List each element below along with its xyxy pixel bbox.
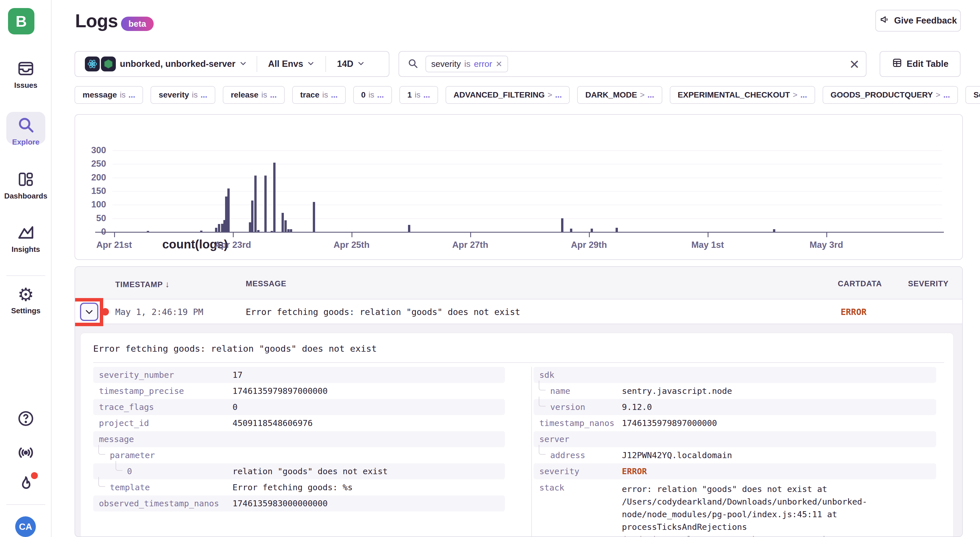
token-op: is: [464, 59, 471, 69]
chart-bar[interactable]: [285, 220, 287, 232]
filter-chip[interactable]: traceis...: [292, 86, 346, 104]
detail-attribute-row: sdk: [534, 367, 936, 383]
chip-value-ellipsis: ...: [331, 90, 337, 100]
logs-table: TIMESTAMP ↓ MESSAGE CARTDATA SEVERITY Ma…: [75, 266, 963, 537]
environment-selector[interactable]: All Envs: [257, 59, 325, 69]
table-row[interactable]: May 1, 2:46:19 PM Error fetching goods: …: [75, 300, 962, 324]
sidebar-item-dashboards[interactable]: Dashboards: [0, 171, 52, 201]
date-range-selector[interactable]: 14D: [326, 59, 375, 69]
filter-chip[interactable]: ADVANCED_FILTERING>...: [445, 86, 570, 104]
chart-bar[interactable]: [147, 231, 149, 232]
give-feedback-button[interactable]: Give Feedback: [875, 10, 961, 32]
attribute-value: 9.12.0: [622, 402, 652, 412]
tree-connector: [99, 477, 105, 487]
sort-desc-icon: ↓: [165, 279, 170, 289]
detail-attribute-row: parameter: [93, 447, 505, 463]
detail-attribute-row: 0relation "goods" does not exist: [93, 463, 505, 479]
user-avatar[interactable]: CA: [15, 516, 36, 537]
chip-value-ellipsis: ...: [377, 90, 383, 100]
filter-chip[interactable]: messageis...: [75, 86, 143, 104]
chip-value-ellipsis: ...: [201, 90, 207, 100]
attribute-key: message: [99, 434, 134, 444]
chevron-down-icon: [357, 60, 365, 68]
filter-chip[interactable]: 0is...: [353, 86, 392, 104]
col-cartdata[interactable]: CARTDATA: [838, 279, 882, 288]
search-input[interactable]: severity is error ✕: [399, 51, 867, 77]
chart-bar[interactable]: [773, 229, 775, 232]
search-filter-token[interactable]: severity is error ✕: [425, 56, 508, 72]
y-axis-tick-label: 150: [80, 186, 106, 196]
sidebar-item-explore[interactable]: Explore: [0, 115, 52, 147]
filter-chip[interactable]: releaseis...: [223, 86, 285, 104]
chart-bar[interactable]: [270, 231, 273, 232]
detail-attribute-row: version9.12.0: [534, 399, 936, 415]
chart-bar[interactable]: [264, 175, 267, 232]
chart-bar[interactable]: [257, 230, 259, 232]
y-axis-tick-label: 200: [80, 172, 106, 183]
x-axis-line: [95, 232, 944, 233]
chart-bar[interactable]: [408, 225, 410, 232]
gridline: [112, 150, 942, 151]
detail-attribute-row: templateError fetching goods: %s: [93, 479, 505, 496]
filter-chip[interactable]: EXPERIMENTAL_CHECKOUT>...: [670, 86, 815, 104]
sidebar-item-settings[interactable]: ⚙ Settings: [0, 285, 52, 315]
sidebar: B Issues Explore Dashboards Insights: [0, 0, 52, 537]
chart-bar[interactable]: [249, 222, 251, 232]
x-axis-tick-label: May 1st: [691, 240, 724, 250]
col-severity[interactable]: SEVERITY: [908, 279, 949, 288]
gridline: [112, 204, 942, 205]
col-timestamp[interactable]: TIMESTAMP ↓: [115, 279, 170, 289]
detail-attribute-row: stackerror: relation "goods" does not ex…: [534, 479, 936, 537]
x-axis-tick: [352, 233, 352, 237]
whats-new-button[interactable]: [0, 475, 52, 494]
attribute-key: timestamp_nanos: [539, 418, 614, 428]
x-axis-tick: [470, 233, 471, 237]
chart-bar[interactable]: [200, 231, 202, 232]
token-key: severity: [431, 59, 461, 69]
help-button[interactable]: [0, 410, 52, 429]
detail-title: Error fetching goods: relation "goods" d…: [93, 343, 377, 354]
col-message[interactable]: MESSAGE: [246, 279, 286, 288]
detail-attribute-row: timestamp_precise1746135979897000000: [93, 383, 505, 399]
sidebar-item-issues[interactable]: Issues: [0, 60, 52, 90]
chart-bar[interactable]: [254, 175, 257, 232]
token-remove-icon[interactable]: ✕: [495, 59, 502, 69]
chart-bar[interactable]: [570, 229, 572, 232]
attribute-value: relation "goods" does not exist: [232, 467, 388, 476]
chart-card: count(logs) 050100150200250300Apr 21stAp…: [75, 114, 963, 260]
chart-bar[interactable]: [561, 218, 563, 232]
sidebar-item-insights[interactable]: Insights: [0, 224, 52, 254]
chart-bar[interactable]: [218, 224, 220, 232]
clear-search-button[interactable]: ✕: [846, 56, 862, 72]
chip-key: severity: [159, 90, 189, 100]
filter-chip[interactable]: See full list: [966, 86, 980, 104]
chip-op: >: [640, 90, 644, 100]
detail-attribute-row: server: [534, 431, 936, 447]
filter-chip[interactable]: 1is...: [399, 86, 438, 104]
attribute-value: Error fetching goods: %s: [232, 483, 353, 492]
tree-connector: [539, 445, 546, 455]
chart-bar[interactable]: [287, 229, 290, 232]
chart-bar[interactable]: [221, 224, 223, 232]
org-logo[interactable]: B: [8, 8, 34, 34]
broadcast-button[interactable]: [0, 443, 52, 463]
x-axis-tick: [114, 233, 115, 237]
chart-bar[interactable]: [273, 163, 275, 232]
chart-bar[interactable]: [215, 228, 217, 232]
chart-bar[interactable]: [290, 229, 292, 232]
filter-chip[interactable]: DARK_MODE>...: [577, 86, 662, 104]
chip-value-ellipsis: ...: [943, 90, 950, 100]
project-selector[interactable]: unborked, unborked-server: [75, 56, 257, 72]
react-project-icon: [85, 56, 100, 72]
detail-attribute-row: observed_timestamp_nanos1746135983000000…: [93, 496, 505, 512]
chart-bar[interactable]: [282, 213, 284, 232]
edit-table-button[interactable]: Edit Table: [880, 51, 961, 77]
chart-bar[interactable]: [251, 201, 253, 232]
chart-bar[interactable]: [228, 188, 230, 232]
chart-bar[interactable]: [313, 202, 315, 232]
chart-bar[interactable]: [616, 228, 618, 232]
chart-bar[interactable]: [225, 196, 228, 232]
chart-bar[interactable]: [591, 229, 593, 232]
filter-chip[interactable]: severityis...: [151, 86, 215, 104]
filter-chip[interactable]: GOODS_PRODUCTQUERY>...: [822, 86, 958, 104]
